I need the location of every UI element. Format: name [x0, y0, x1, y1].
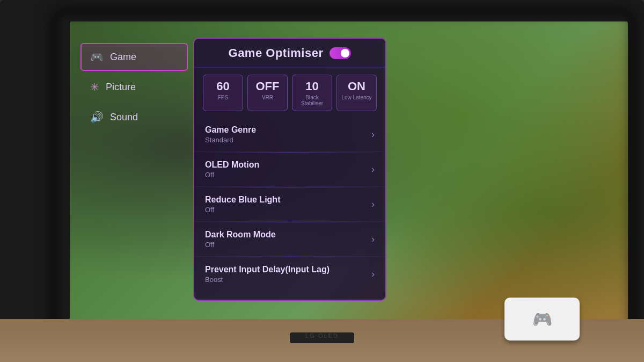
- dark-room-value: Off: [205, 241, 276, 249]
- chevron-right-icon: ›: [371, 199, 375, 210]
- sound-icon: 🔊: [90, 111, 104, 124]
- menu-item-game-genre[interactable]: Game Genre Standard ›: [194, 118, 385, 152]
- game-genre-value: Standard: [205, 136, 256, 144]
- stat-fps-label: FPS: [207, 95, 239, 100]
- blue-light-value: Off: [205, 206, 280, 214]
- sidebar-label-game: Game: [110, 52, 136, 63]
- main-panel: Game Optimiser 60 FPS OFF VRR 10 Black S…: [193, 38, 386, 301]
- stat-black-stabiliser: 10 Black Stabiliser: [292, 75, 332, 111]
- stat-vrr-value: OFF: [251, 79, 284, 93]
- oled-motion-title: OLED Motion: [205, 160, 259, 170]
- stat-ll-value: ON: [340, 79, 373, 93]
- optimiser-toggle[interactable]: [330, 47, 351, 59]
- menu-item-dark-room[interactable]: Dark Room Mode Off ›: [194, 222, 385, 257]
- stat-fps-value: 60: [207, 79, 239, 93]
- stat-ll-label: Low Latency: [340, 95, 373, 100]
- game-icon: 🎮: [90, 50, 104, 63]
- stat-low-latency: ON Low Latency: [336, 75, 377, 111]
- stat-bs-label: Black Stabiliser: [296, 95, 328, 106]
- chevron-right-icon: ›: [371, 269, 375, 280]
- input-delay-title: Prevent Input Delay(Input Lag): [205, 265, 330, 274]
- game-genre-title: Game Genre: [205, 125, 256, 135]
- sidebar-item-sound[interactable]: 🔊 Sound: [80, 103, 188, 131]
- tv-frame: 🎮 Game ✳ Picture 🔊 Sound Game Optimiser …: [0, 0, 644, 362]
- stat-bs-value: 10: [296, 79, 328, 93]
- input-delay-value: Boost: [205, 276, 330, 284]
- chevron-right-icon: ›: [371, 164, 375, 175]
- xbox-controller: [504, 298, 580, 341]
- sidebar-item-picture[interactable]: ✳ Picture: [80, 73, 188, 101]
- oled-motion-value: Off: [205, 171, 259, 179]
- blue-light-title: Reduce Blue Light: [205, 195, 280, 205]
- stats-row: 60 FPS OFF VRR 10 Black Stabiliser ON Lo…: [194, 68, 385, 118]
- dark-room-title: Dark Room Mode: [205, 230, 276, 240]
- menu-item-input-delay[interactable]: Prevent Input Delay(Input Lag) Boost ›: [194, 257, 385, 291]
- sidebar-label-sound: Sound: [110, 112, 138, 123]
- sidebar-item-game[interactable]: 🎮 Game: [80, 43, 188, 71]
- stat-vrr: OFF VRR: [247, 75, 288, 111]
- stat-fps: 60 FPS: [203, 75, 243, 111]
- sidebar: 🎮 Game ✳ Picture 🔊 Sound: [80, 43, 188, 133]
- menu-item-oled-motion[interactable]: OLED Motion Off ›: [194, 153, 385, 187]
- chevron-right-icon: ›: [371, 234, 375, 245]
- tv-brand: LG OLED: [305, 332, 339, 339]
- chevron-right-icon: ›: [371, 129, 375, 140]
- panel-title: Game Optimiser: [229, 46, 324, 60]
- menu-item-reduce-blue-light[interactable]: Reduce Blue Light Off ›: [194, 187, 385, 222]
- sidebar-label-picture: Picture: [106, 82, 136, 93]
- panel-header: Game Optimiser: [194, 39, 385, 68]
- picture-icon: ✳: [90, 81, 99, 93]
- stat-vrr-label: VRR: [251, 95, 284, 100]
